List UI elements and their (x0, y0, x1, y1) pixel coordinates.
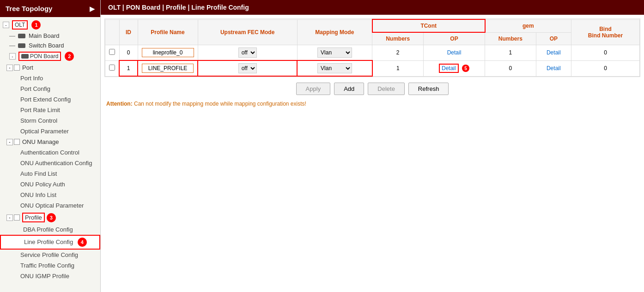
sidebar-item-olt[interactable]: - OLT 1 (0, 19, 100, 31)
table-row-1: 1 offon VlanGemPortPriority (105, 60, 640, 76)
nav-port-info[interactable]: Port Info (0, 73, 100, 83)
badge-4: 4 (78, 238, 87, 247)
row1-mapping-select[interactable]: VlanGemPortPriority (317, 63, 352, 73)
tree-line2: — (9, 42, 15, 49)
onu-checkbox[interactable] (14, 139, 20, 145)
row1-profile-name[interactable] (138, 60, 198, 76)
row0-gem-op[interactable]: Detail (536, 45, 571, 61)
nav-traffic-profile-config[interactable]: Traffic Profile Config (0, 260, 100, 271)
pon-board-label: PON Board (18, 52, 61, 61)
nav-port-config[interactable]: Port Config (0, 83, 100, 94)
row1-fec-select[interactable]: offon (238, 63, 257, 73)
olt-label[interactable]: OLT (12, 20, 28, 30)
nav-onu-igmp-profile[interactable]: ONU IGMP Profile (0, 271, 100, 281)
sidebar-header: Tree Topology ▶ (0, 0, 100, 17)
nav-line-profile-config[interactable]: Line Profile Config 4 (0, 235, 100, 250)
badge-3: 3 (47, 213, 56, 222)
th-profile-name: Profile Name (138, 19, 198, 45)
content-body: ID Profile Name Upstream FEC Mode Mappin… (101, 15, 644, 292)
onu-expander[interactable]: - (6, 139, 13, 145)
row0-gem-numbers: 1 (485, 45, 536, 61)
main-board-label: Main Board (29, 32, 59, 39)
row1-gem-op[interactable]: Detail (536, 60, 571, 76)
profile-expander[interactable]: - (6, 215, 13, 221)
nav-storm-control[interactable]: Storm Control (0, 115, 100, 126)
th-checkbox (105, 19, 120, 45)
row1-gem-detail[interactable]: Detail (547, 65, 561, 72)
row1-tcont-numbers: 1 (372, 60, 424, 76)
th-gem-group: gem (485, 19, 571, 32)
nav-onu-auth-config[interactable]: ONU Authentication Config (0, 158, 100, 168)
onu-section-label: ONU Manage (22, 138, 59, 145)
nav-port-info-label: Port Info (20, 75, 43, 82)
badge-2: 2 (65, 52, 74, 61)
th-tcont-numbers: Numbers (372, 32, 424, 45)
row1-id: 1 (119, 60, 138, 76)
row1-mapping[interactable]: VlanGemPortPriority (297, 60, 372, 76)
nav-onu-optical-param[interactable]: ONU Optical Parameter (0, 200, 100, 211)
pon-board-icon (21, 54, 29, 59)
sidebar-item-pon-board[interactable]: - PON Board 2 (0, 50, 100, 62)
row1-tcont-op[interactable]: Detail 5 (423, 60, 485, 76)
port-section[interactable]: - Port (0, 62, 100, 73)
olt-expander[interactable]: - (3, 22, 9, 28)
nav-onu-info-list[interactable]: ONU Info List (0, 190, 100, 200)
badge-1: 1 (31, 20, 41, 30)
line-profile-table: ID Profile Name Upstream FEC Mode Mappin… (105, 19, 640, 77)
nav-port-extend-config[interactable]: Port Extend Config (0, 94, 100, 105)
row0-tcont-detail[interactable]: Detail (447, 49, 462, 56)
th-bind: Bind Bind Number (571, 19, 640, 45)
nav-onu-policy-auth[interactable]: ONU Policy Auth (0, 179, 100, 190)
row0-fec[interactable]: offon (198, 45, 297, 61)
profile-section-label: Profile (22, 213, 45, 222)
main-board-icon (18, 34, 25, 38)
row0-fec-select[interactable]: offon (238, 48, 257, 58)
row1-gem-numbers: 0 (485, 60, 536, 76)
row0-profile-name[interactable] (138, 45, 198, 61)
row1-tcont-detail[interactable]: Detail (439, 64, 459, 73)
row0-tcont-numbers: 2 (372, 45, 424, 61)
pon-expander[interactable]: - (9, 53, 16, 60)
nav-auto-find-list[interactable]: Auto Find List (0, 168, 100, 179)
switch-board-icon (18, 43, 25, 48)
nav-port-rate-limit[interactable]: Port Rate Limit (0, 105, 100, 115)
nav-dba-profile-config[interactable]: DBA Profile Config (0, 224, 100, 235)
port-checkbox[interactable] (14, 65, 20, 71)
row1-check[interactable] (109, 65, 115, 71)
sidebar-collapse-icon[interactable]: ▶ (90, 5, 95, 12)
row0-profile-name-input[interactable] (142, 48, 194, 57)
sidebar-title: Tree Topology (6, 5, 52, 12)
th-tcont-group: TCont (372, 19, 485, 32)
sidebar-item-main-board[interactable]: — Main Board (0, 31, 100, 41)
row0-check[interactable] (109, 49, 115, 55)
port-expander[interactable]: - (6, 65, 13, 71)
apply-button[interactable]: Apply (296, 83, 331, 95)
nav-optical-parameter-label: Optical Parameter (20, 128, 69, 135)
nav-service-profile-config[interactable]: Service Profile Config (0, 250, 100, 260)
nav-optical-parameter[interactable]: Optical Parameter (0, 126, 100, 137)
delete-button[interactable]: Delete (368, 83, 405, 95)
row0-mapping[interactable]: VlanGemPortPriority (297, 45, 372, 61)
add-button[interactable]: Add (334, 83, 364, 95)
row1-profile-name-input[interactable] (142, 64, 194, 73)
row0-mapping-select[interactable]: VlanGemPortPriority (317, 48, 352, 58)
nav-auth-control[interactable]: Authentication Control (0, 147, 100, 158)
onu-manage-section[interactable]: - ONU Manage (0, 137, 100, 147)
row0-tcont-op[interactable]: Detail (423, 45, 485, 61)
breadcrumb: OLT | PON Board | Profile | Line Profile… (101, 0, 644, 15)
nav-port-config-label: Port Config (20, 85, 50, 92)
row1-checkbox[interactable] (105, 60, 120, 76)
nav-port-rate-limit-label: Port Rate Limit (20, 107, 60, 113)
refresh-button[interactable]: Refresh (408, 83, 449, 95)
profile-checkbox[interactable] (14, 215, 20, 220)
row0-gem-detail[interactable]: Detail (547, 49, 561, 56)
profile-section[interactable]: - Profile 3 (0, 211, 100, 224)
content-area: OLT | PON Board | Profile | Line Profile… (101, 0, 644, 292)
row1-fec[interactable]: offon (198, 60, 297, 76)
th-gem-numbers: Numbers (485, 32, 536, 45)
sidebar: Tree Topology ▶ - OLT 1 — Main Board — S… (0, 0, 101, 292)
sidebar-item-switch-board[interactable]: — Switch Board (0, 41, 100, 50)
row1-bind: 0 (571, 60, 640, 76)
row0-checkbox[interactable] (105, 45, 120, 61)
attention-label: Attention: (106, 101, 133, 107)
